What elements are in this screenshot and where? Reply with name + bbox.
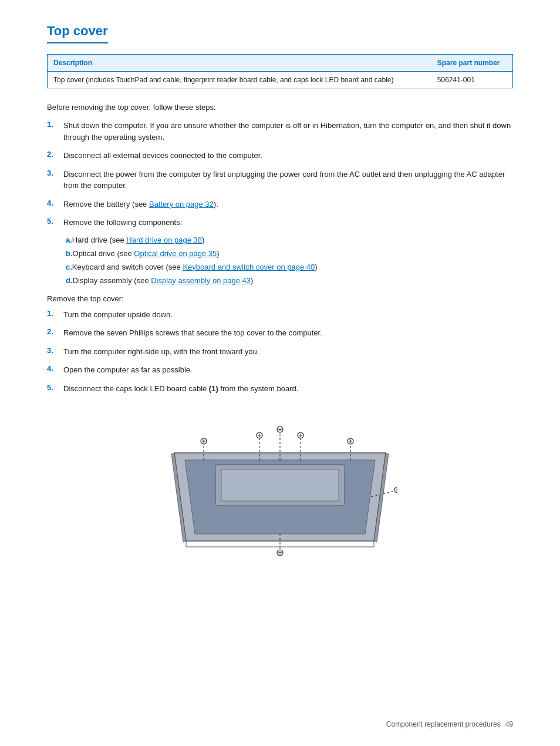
remove-step-text: Turn the computer right-side up, with th…	[63, 346, 259, 358]
sub-step-link[interactable]: Keyboard and switch cover on page 40	[183, 263, 315, 271]
sub-step-letter: c.	[47, 263, 72, 271]
remove-label: Remove the top cover:	[47, 294, 513, 303]
prereq-step: 1.Shut down the computer. If you are uns…	[47, 120, 513, 143]
step-number: 3.	[47, 169, 63, 177]
step-number: 1.	[47, 120, 63, 129]
step-number: 2.	[47, 150, 63, 159]
sub-step-letter: b.	[47, 249, 73, 258]
remove-step-number: 5.	[47, 383, 63, 392]
laptop-diagram	[163, 406, 397, 559]
sub-step-link[interactable]: Display assembly on page 43	[151, 276, 251, 285]
sub-step-link[interactable]: Optical drive on page 35	[134, 249, 217, 258]
remove-steps-list: 1.Turn the computer upside down.2.Remove…	[47, 309, 513, 395]
remove-step: 5.Disconnect the caps lock LED board cab…	[47, 383, 513, 395]
remove-step-number: 3.	[47, 346, 63, 355]
remove-step-text: Turn the computer upside down.	[63, 309, 173, 321]
remove-step-number: 2.	[47, 327, 63, 336]
prereq-steps-list: 1.Shut down the computer. If you are uns…	[47, 120, 513, 228]
prereq-step: 3.Disconnect the power from the computer…	[47, 169, 513, 191]
prereq-step: 5.Remove the following components:	[47, 217, 513, 228]
remove-step-text: Disconnect the caps lock LED board cable…	[63, 383, 298, 395]
remove-step-text: Remove the seven Phillips screws that se…	[63, 327, 322, 339]
step-number: 5.	[47, 217, 63, 226]
step-text: Remove the battery (see Battery on page …	[63, 199, 218, 210]
footer-label: Component replacement procedures	[386, 720, 501, 728]
sub-step-text: Keyboard and switch cover (see Keyboard …	[72, 263, 318, 271]
sub-step-text: Optical drive (see Optical drive on page…	[73, 249, 220, 258]
col-part-number: Spare part number	[431, 55, 513, 72]
part-number: 506241-001	[431, 72, 513, 89]
sub-step: a.Hard drive (see Hard drive on page 38)	[47, 236, 513, 244]
svg-rect-3	[221, 469, 339, 501]
step-number: 4.	[47, 199, 63, 207]
step-link[interactable]: Battery on page 32	[149, 200, 214, 209]
sub-step-letter: a.	[47, 236, 72, 244]
remove-step: 1.Turn the computer upside down.	[47, 309, 513, 321]
page-title: Top cover	[47, 23, 108, 43]
remove-step-text: Open the computer as far as possible.	[63, 364, 193, 376]
intro-text: Before removing the top cover, follow th…	[47, 103, 513, 112]
sub-steps-list: a.Hard drive (see Hard drive on page 38)…	[47, 236, 513, 285]
col-description: Description	[48, 55, 431, 72]
sub-step: c.Keyboard and switch cover (see Keyboar…	[47, 263, 513, 271]
prereq-step: 2.Disconnect all external devices connec…	[47, 150, 513, 162]
footer-page: 49	[505, 720, 513, 728]
prereq-step: 4.Remove the battery (see Battery on pag…	[47, 199, 513, 210]
diagram	[163, 406, 397, 559]
remove-step: 3.Turn the computer right-side up, with …	[47, 346, 513, 358]
bold-text: (1)	[209, 384, 218, 393]
sub-step-text: Hard drive (see Hard drive on page 38)	[72, 236, 204, 244]
sub-step: b.Optical drive (see Optical drive on pa…	[47, 249, 513, 258]
sub-step-link[interactable]: Hard drive on page 38	[126, 236, 202, 244]
sub-step-text: Display assembly (see Display assembly o…	[73, 276, 254, 285]
remove-step-number: 4.	[47, 364, 63, 373]
step-text: Shut down the computer. If you are unsur…	[63, 120, 513, 143]
parts-table: Description Spare part number Top cover …	[47, 54, 513, 89]
sub-step-letter: d.	[47, 276, 73, 285]
step-text: Remove the following components:	[63, 217, 182, 228]
footer: Component replacement procedures 49	[386, 720, 513, 728]
remove-step: 4.Open the computer as far as possible.	[47, 364, 513, 376]
step-text: Disconnect the power from the computer b…	[63, 169, 513, 191]
step-text: Disconnect all external devices connecte…	[63, 150, 262, 162]
remove-step: 2.Remove the seven Phillips screws that …	[47, 327, 513, 339]
sub-step: d.Display assembly (see Display assembly…	[47, 276, 513, 285]
remove-step-number: 1.	[47, 309, 63, 318]
part-description: Top cover (includes TouchPad and cable, …	[48, 72, 431, 89]
